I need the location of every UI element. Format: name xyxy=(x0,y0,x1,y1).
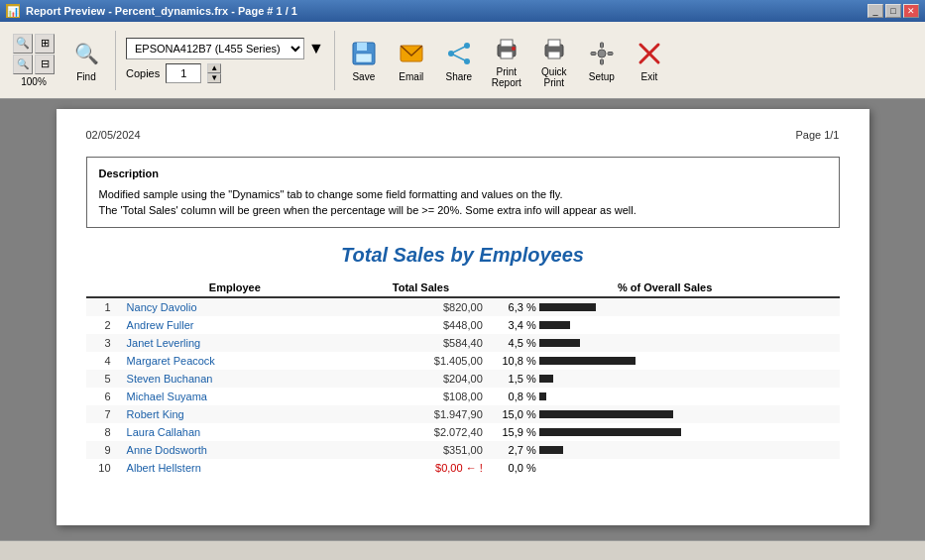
pct-value: 0,8 % xyxy=(499,391,536,402)
toolbar: 🔍 ⊞ 🔍 ⊟ 100% 🔍 Find EPSONA412B7 (L455 Se… xyxy=(0,22,925,99)
email-button[interactable]: Email xyxy=(389,34,434,86)
table-row: 9Anne Dodsworth$351,002,7 % xyxy=(86,441,840,459)
employee-name: Anne Dodsworth xyxy=(119,441,351,459)
copies-label: Copies xyxy=(126,67,160,79)
pct-bar xyxy=(539,357,636,365)
printer-dropdown-arrow[interactable]: ▼ xyxy=(308,40,324,57)
printer-area: EPSONA412B7 (L455 Series) ▼ Copies ▲ ▼ xyxy=(122,34,328,87)
employee-name: Andrew Fuller xyxy=(119,316,351,334)
table-header-row: Employee Total Sales % of Overall Sales xyxy=(86,279,840,297)
print-report-button[interactable]: Print Report xyxy=(484,29,529,92)
fit-width-button[interactable]: ⊟ xyxy=(35,55,55,74)
employee-pct: 3,4 % xyxy=(491,316,840,334)
exit-button[interactable]: Exit xyxy=(627,34,672,86)
employee-pct: 2,7 % xyxy=(491,441,840,459)
pct-value: 4,5 % xyxy=(499,337,536,349)
zoom-label: 100% xyxy=(21,76,47,87)
svg-rect-10 xyxy=(501,40,513,47)
printer-dropdown[interactable]: EPSONA412B7 (L455 Series) xyxy=(126,38,304,59)
svg-point-16 xyxy=(598,50,606,57)
copies-down-button[interactable]: ▼ xyxy=(207,73,221,83)
close-button[interactable]: ✕ xyxy=(903,4,919,18)
employee-name: Nancy Davolio xyxy=(119,297,351,316)
find-button[interactable]: 🔍 Find xyxy=(63,34,109,86)
find-icon: 🔍 xyxy=(70,38,102,69)
pct-bar xyxy=(539,321,570,329)
setup-button[interactable]: Setup xyxy=(579,34,625,86)
zoom-out-button[interactable]: 🔍 xyxy=(13,55,33,74)
setup-label: Setup xyxy=(589,71,615,82)
employee-pct: 6,3 % xyxy=(491,297,840,316)
report-title: Total Sales by Employees xyxy=(86,244,840,267)
pct-value: 15,0 % xyxy=(499,408,536,420)
svg-rect-1 xyxy=(357,43,367,51)
row-number: 7 xyxy=(86,405,119,423)
zoom-in-button[interactable]: 🔍 xyxy=(13,34,33,54)
row-number: 9 xyxy=(86,441,119,459)
pct-bar xyxy=(539,446,563,454)
pct-value: 6,3 % xyxy=(499,301,536,313)
employee-sales: $1.947,90 xyxy=(351,405,491,423)
share-button[interactable]: Share xyxy=(436,34,482,86)
col-num-header xyxy=(86,279,119,297)
svg-line-7 xyxy=(451,46,467,54)
employee-sales: $0,00 ← ! xyxy=(351,459,491,477)
employee-sales: $820,00 xyxy=(351,297,491,316)
save-button[interactable]: Save xyxy=(341,34,387,86)
app-icon: 📊 xyxy=(6,4,20,18)
employee-sales: $2.072,40 xyxy=(351,423,491,441)
email-icon xyxy=(396,38,427,69)
svg-point-12 xyxy=(512,47,516,51)
title-bar-controls[interactable]: _ □ ✕ xyxy=(867,4,919,18)
employee-name: Laura Callahan xyxy=(119,423,351,441)
zoom-row-top: 🔍 ⊞ xyxy=(13,34,55,54)
row-number: 4 xyxy=(86,352,119,370)
title-bar-left: 📊 Report Preview - Percent_dynamics.frx … xyxy=(6,4,297,18)
employee-sales: $448,00 xyxy=(351,316,491,334)
svg-rect-11 xyxy=(501,52,513,58)
employee-sales: $351,00 xyxy=(351,441,491,459)
description-line1: Modified sample using the "Dynamics" tab… xyxy=(99,186,827,203)
page-area: 02/05/2024 Page 1/1 Description Modified… xyxy=(0,99,925,540)
share-icon xyxy=(443,38,475,69)
copies-row: Copies ▲ ▼ xyxy=(126,63,324,83)
minimize-button[interactable]: _ xyxy=(867,4,883,18)
table-row: 1Nancy Davolio$820,006,3 % xyxy=(86,297,840,316)
employee-name: Michael Suyama xyxy=(119,388,351,405)
col-pct-header: % of Overall Sales xyxy=(491,279,840,297)
row-number: 6 xyxy=(86,388,119,405)
col-employee-header: Employee xyxy=(119,279,351,297)
report-description: Description Modified sample using the "D… xyxy=(86,157,840,228)
report-page: 02/05/2024 Page 1/1 Description Modified… xyxy=(57,109,869,525)
copies-input[interactable] xyxy=(166,63,201,83)
employee-pct: 10,8 % xyxy=(491,352,840,370)
employee-sales: $204,00 xyxy=(351,370,491,388)
svg-rect-20 xyxy=(608,53,613,56)
quick-print-button[interactable]: Quick Print xyxy=(531,29,577,92)
zoom-controls: 🔍 ⊞ 🔍 ⊟ xyxy=(13,34,55,74)
pct-value: 1,5 % xyxy=(499,373,536,385)
pct-bar xyxy=(539,392,546,400)
employee-pct: 1,5 % xyxy=(491,370,840,388)
table-row: 8Laura Callahan$2.072,4015,9 % xyxy=(86,423,840,441)
row-number: 1 xyxy=(86,297,119,316)
title-bar: 📊 Report Preview - Percent_dynamics.frx … xyxy=(0,0,925,22)
copies-up-button[interactable]: ▲ xyxy=(207,63,221,73)
printer-select: EPSONA412B7 (L455 Series) ▼ xyxy=(126,38,324,59)
print-report-label: Print Report xyxy=(492,66,521,88)
pct-bar xyxy=(539,339,580,347)
setup-icon xyxy=(586,38,618,69)
copies-spinner: ▲ ▼ xyxy=(207,63,221,83)
fit-page-button[interactable]: ⊞ xyxy=(35,34,55,54)
quick-print-icon xyxy=(538,33,570,64)
pct-bar xyxy=(539,410,673,418)
row-number: 10 xyxy=(86,459,119,477)
pct-value: 10,8 % xyxy=(499,355,536,367)
title-bar-title: Report Preview - Percent_dynamics.frx - … xyxy=(26,5,297,17)
maximize-button[interactable]: □ xyxy=(885,4,901,18)
table-row: 7Robert King$1.947,9015,0 % xyxy=(86,405,840,423)
employee-sales: $108,00 xyxy=(351,388,491,405)
svg-line-8 xyxy=(451,54,467,61)
svg-rect-2 xyxy=(356,54,372,62)
exit-label: Exit xyxy=(641,71,658,82)
